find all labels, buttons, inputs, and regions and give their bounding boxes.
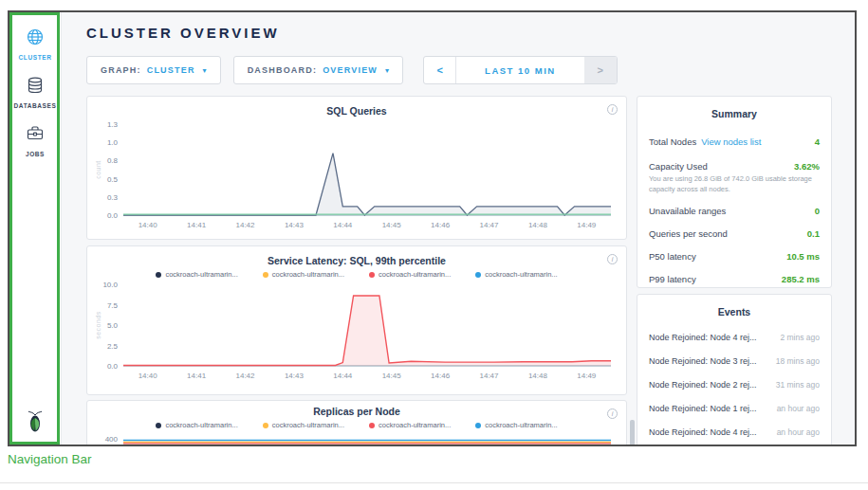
summary-row-unavailable-ranges: Unavailable ranges 0 [649,199,820,222]
annotation-caption: Navigation Bar [8,452,92,466]
series-dot-icon [156,423,161,428]
sidebar-item-label: DATABASES [14,102,57,109]
svg-text:0.5: 0.5 [107,175,119,184]
charts-scrollbar[interactable] [630,420,635,445]
svg-text:14:46: 14:46 [431,221,451,229]
legend-item: cockroach-ultramarin... [369,421,451,429]
event-row: Node Rejoined: Node 4 rej... 2 mins ago [649,325,820,349]
sidebar-item-label: CLUSTER [19,54,52,61]
service-latency-card: Service Latency: SQL, 99th percentile i … [86,245,627,395]
svg-text:14:48: 14:48 [528,372,548,380]
info-icon[interactable]: i [607,104,618,115]
main-content: CLUSTER OVERVIEW GRAPH: CLUSTER ▾ DASHBO… [62,12,855,445]
time-next-button[interactable]: > [584,57,617,83]
summary-value: 0 [815,206,820,216]
svg-text:0.3: 0.3 [107,193,119,202]
svg-text:14:46: 14:46 [431,372,451,380]
svg-text:5.0: 5.0 [107,321,119,330]
graph-dropdown-value: CLUSTER [147,65,195,75]
event-row: Node Rejoined: Node 2 rej... 31 mins ago [649,372,820,396]
event-row: Node Rejoined: Node 1 rej... an hour ago [649,396,820,420]
sql-queries-card: SQL Queries i 0.00.30.50.81.01.3count14:… [86,96,627,240]
dashboard-dropdown-label: DASHBOARD: [248,65,318,75]
time-window-selector: < LAST 10 MIN > [423,56,618,84]
graph-dropdown[interactable]: GRAPH: CLUSTER ▾ [86,56,221,84]
svg-text:14:47: 14:47 [479,221,499,229]
svg-text:14:42: 14:42 [235,221,255,229]
dashboard-dropdown[interactable]: DASHBOARD: OVERVIEW ▾ [233,56,403,84]
summary-rows: Total NodesView nodes list 4 Capacity Us… [637,119,831,290]
summary-value: 285.2 ms [782,274,820,284]
globe-icon [26,27,45,50]
service-latency-chart: 0.02.55.07.510.0seconds14:4014:4114:4214… [91,279,622,385]
capacity-note: You are using 26.8 GiB of 742.0 GiB usab… [649,173,820,199]
svg-text:10.0: 10.0 [102,281,118,289]
time-prev-button[interactable]: < [424,57,456,83]
series-dot-icon [475,272,481,278]
svg-text:14:49: 14:49 [577,372,597,380]
chart-title: Service Latency: SQL, 99th percentile [87,255,626,266]
event-row: Node Rejoined: Node 4 rej... an hour ago [649,420,820,444]
svg-text:14:41: 14:41 [187,372,207,380]
legend-item: cockroach-ultramarin... [369,270,451,279]
svg-text:14:43: 14:43 [285,372,305,380]
svg-text:1.3: 1.3 [107,120,119,129]
summary-panel: Summary Total NodesView nodes list 4 Cap… [637,96,832,288]
sidebar-item-databases[interactable]: DATABASES [9,76,61,109]
panel-title: Summary [637,108,831,119]
svg-text:2.5: 2.5 [107,342,119,351]
series-dot-icon [475,423,481,428]
chevron-down-icon: ▾ [385,66,389,75]
chevron-left-icon: < [436,64,442,76]
app-window: CLUSTER DATABASES [8,10,857,446]
dashboard-controls: GRAPH: CLUSTER ▾ DASHBOARD: OVERVIEW ▾ <… [86,56,618,84]
chevron-right-icon: > [597,64,602,76]
legend-item: cockroach-ultramarin... [263,270,344,279]
svg-text:0.8: 0.8 [107,156,119,165]
svg-text:0.0: 0.0 [107,362,119,371]
screenshot-page: CLUSTER DATABASES [0,0,868,490]
legend-item: cockroach-ultramarin... [156,421,237,429]
chart-title: Replicas per Node [87,406,626,417]
svg-text:14:43: 14:43 [285,221,305,229]
summary-row-p50-latency: P50 latency 10.5 ms [649,245,820,267]
time-window-label[interactable]: LAST 10 MIN [456,57,584,83]
svg-text:14:45: 14:45 [382,372,402,380]
summary-row-total-nodes: Total NodesView nodes list 4 [649,125,820,154]
svg-text:14:42: 14:42 [235,372,255,380]
event-row: Node Rejoined: Node 3 rej... 18 mins ago [649,349,820,372]
bottom-divider [0,482,868,483]
legend-item: cockroach-ultramarin... [156,270,237,279]
navigation-bar: CLUSTER DATABASES [9,12,62,445]
view-nodes-list-link[interactable]: View nodes list [701,136,761,147]
summary-row-p99-latency: P99 latency 285.2 ms [649,267,820,290]
info-icon[interactable]: i [607,254,618,264]
replicas-per-node-chart: 400 [91,429,622,445]
series-dot-icon [263,423,268,428]
info-icon[interactable]: i [607,408,618,419]
series-dot-icon [263,272,268,278]
svg-text:14:45: 14:45 [382,221,402,229]
series-dot-icon [369,272,375,278]
svg-text:count: count [95,160,102,179]
dashboard-dropdown-value: OVERVIEW [323,65,378,75]
svg-text:0.0: 0.0 [107,211,119,220]
replicas-per-node-card: Replicas per Node i cockroach-ultramarin… [86,400,627,445]
database-icon [26,76,45,99]
legend-item: cockroach-ultramarin... [475,421,557,429]
sidebar-item-label: JOBS [26,151,45,157]
svg-text:14:40: 14:40 [139,221,158,229]
cockroach-logo[interactable] [24,410,46,439]
sql-queries-chart: 0.00.30.50.81.01.3count14:4014:4114:4214… [91,117,622,234]
summary-value: 4 [815,136,820,147]
sidebar-item-jobs[interactable]: JOBS [9,124,61,157]
chart-title: SQL Queries [87,105,626,117]
svg-text:14:48: 14:48 [528,221,548,229]
sidebar-item-cluster[interactable]: CLUSTER [9,27,61,61]
page-title: CLUSTER OVERVIEW [86,25,280,41]
svg-text:14:40: 14:40 [139,372,158,380]
svg-text:14:44: 14:44 [333,372,353,380]
svg-text:14:44: 14:44 [333,221,353,229]
events-rows: Node Rejoined: Node 4 rej... 2 mins ago … [637,318,831,444]
svg-text:1.0: 1.0 [107,138,119,147]
